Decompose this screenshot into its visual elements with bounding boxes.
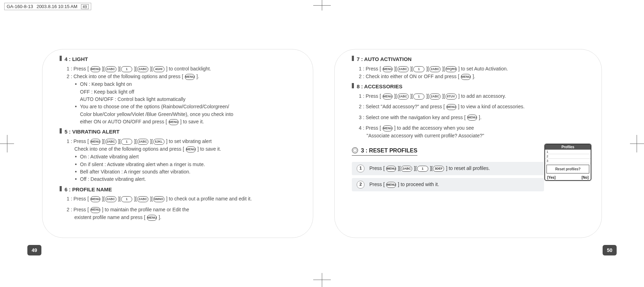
acc-step3: 3 : Select one with the navigation key a…	[359, 114, 588, 121]
key-6-icon: 6MNO	[153, 196, 165, 202]
key-4-icon: 4GHI	[153, 66, 165, 72]
menu-key-icon: MENU	[90, 196, 100, 202]
crop-mark-left	[0, 135, 14, 152]
profile-step2b: existent profile name and press [ MENU ]…	[74, 214, 296, 221]
page-number-right: 50	[603, 245, 617, 255]
step-badge-2: 2	[357, 181, 364, 189]
menu-key-icon: MENU	[467, 115, 477, 121]
auto-step2: 2 : Check into either of ON or OFF and p…	[359, 73, 588, 80]
key-1-icon: 1	[121, 139, 132, 145]
light-note-b: Color blue/Color yellow/Violet /Blue Gre…	[80, 111, 296, 118]
key-8-icon: 8TUV	[445, 94, 457, 100]
print-header: GA-160-8-13 2003.8.16 10:15 AM 49	[4, 3, 91, 10]
vib-opt-bell: Bell after Vibration : A ringer sounds a…	[75, 168, 296, 175]
light-opt-on: ON : Keep back light on	[75, 81, 296, 88]
light-opt-auto: AUTO ON/OFF : Control back light automat…	[80, 96, 296, 103]
light-step1: 1 : Press [ MENU ][2ABC ][1 ][2ABC ][4GH…	[67, 65, 296, 72]
menu-key-icon: MENU	[90, 207, 100, 213]
menu-key-icon: MENU	[185, 74, 195, 80]
menu-key-icon: MENU	[147, 215, 157, 221]
section-light-title: 4 : LIGHT	[60, 55, 296, 63]
auto-step1: 1 : Press [ MENU ][2ABC ][1 ][2ABC ][7PQ…	[359, 65, 588, 72]
key-2-icon: 2ABC	[397, 66, 409, 72]
key-1-icon: 1	[417, 166, 428, 172]
light-opt-off: OFF : Keep back light off	[80, 88, 296, 95]
menu-key-icon: MENU	[461, 74, 471, 80]
key-2-icon: 2ABC	[429, 94, 441, 100]
page-number-left: 49	[27, 245, 41, 255]
key-7-icon: 7PQRS	[445, 66, 457, 72]
light-step2: 2 : Check into one of the following opti…	[67, 73, 296, 80]
acc-step4: 4 : Press [ MENU ] to add the accessory …	[359, 124, 588, 131]
print-page-marker: 49	[81, 4, 89, 9]
vib-opt-off: Off : Deactivate vibrating alert.	[75, 176, 296, 183]
key-2-icon: 2ABC	[105, 66, 116, 72]
key-1-icon: 1	[413, 66, 424, 72]
key-1-icon: 1	[121, 66, 132, 72]
key-5-icon: 5JKL	[153, 139, 165, 145]
reset-step1: 1 Press [ MENU ][2ABC ][1 ][3DEF ] to re…	[352, 162, 544, 175]
crop-mark-right	[630, 135, 644, 152]
section-reset-title: 3 : RESET PROFILES	[352, 146, 417, 156]
key-2-icon: 2ABC	[105, 139, 116, 145]
menu-key-icon: MENU	[169, 119, 179, 125]
print-file: GA-160-8-13	[7, 4, 33, 9]
key-2-icon: 2ABC	[429, 66, 441, 72]
key-2-icon: 2ABC	[105, 196, 116, 202]
acc-step4b: "Associate accessory with current profil…	[367, 132, 588, 139]
section-profile-title: 6 : PROFILE NAME	[60, 186, 296, 193]
menu-key-icon: MENU	[383, 125, 393, 131]
step-badge-1: 1	[357, 165, 364, 172]
menu-key-icon: MENU	[186, 146, 196, 152]
profile-step2: 2 : Press [ MENU ] to maintain the profi…	[67, 206, 296, 213]
menu-key-icon: MENU	[90, 66, 100, 72]
light-note-c: either ON or AUTO ON/OFF and press [ MEN…	[80, 118, 296, 125]
key-3-icon: 3DEF	[433, 166, 444, 172]
key-2-icon: 2ABC	[401, 166, 412, 172]
menu-key-icon: MENU	[386, 182, 396, 188]
section-vibrating-title: 5 : VIBRATING ALERT	[60, 128, 296, 136]
ring-bullet-icon	[352, 147, 358, 153]
menu-key-icon: MENU	[447, 104, 456, 110]
menu-key-icon: MENU	[383, 94, 393, 100]
vib-opt-silent: On if silent : Activate vibrating alert …	[75, 161, 296, 168]
key-2-icon: 2ABC	[137, 196, 148, 202]
section-accessories-title: 8 : ACCESSORIES	[352, 83, 588, 90]
acc-step2: 2 : Select "Add accessory?" and press [ …	[359, 103, 588, 110]
menu-key-icon: MENU	[383, 66, 393, 72]
crop-mark-top	[313, 0, 331, 11]
vib-step1b: Check into one of the following options …	[74, 145, 296, 152]
key-2-icon: 2ABC	[397, 94, 409, 100]
key-2-icon: 2ABC	[137, 66, 148, 72]
menu-key-icon: MENU	[386, 166, 396, 172]
menu-key-icon: MENU	[90, 139, 100, 145]
light-note-a: You are to choose one of the options (Ra…	[75, 103, 296, 110]
key-2-icon: 2ABC	[137, 139, 148, 145]
key-1-icon: 1	[121, 196, 132, 202]
reset-step2: 2 Press [ MENU ] to proceed with it.	[352, 178, 544, 191]
vib-opt-on: On : Activate vibrating alert	[75, 153, 296, 160]
vib-step1: 1 : Press [ MENU ][2ABC ][1 ][2ABC ][5JK…	[67, 138, 296, 145]
crop-mark-bottom	[313, 273, 331, 287]
profile-step1: 1 : Press [ MENU ][2ABC ][1 ][2ABC ][6MN…	[67, 195, 296, 202]
print-timestamp: 2003.8.16 10:15 AM	[36, 4, 77, 9]
acc-step1: 1 : Press [ MENU ][2ABC ][1 ][2ABC ][8TU…	[359, 93, 588, 100]
section-auto-title: 7 : AUTO ACTIVATION	[352, 55, 588, 63]
key-1-icon: 1	[413, 94, 424, 100]
